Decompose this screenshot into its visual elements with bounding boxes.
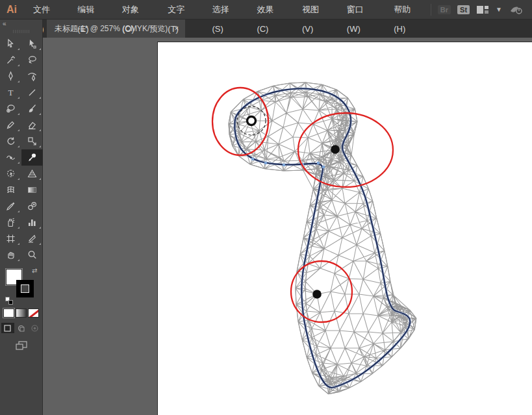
menu-help[interactable]: 帮助(H) (385, 0, 431, 19)
puppet-warp-tool[interactable] (21, 149, 43, 166)
menu-view[interactable]: 视图(V) (294, 0, 338, 19)
default-fill-stroke-icon[interactable] (5, 297, 13, 305)
document-tab[interactable]: 未标题-1* @ 257% (CMYK/预览) × (47, 19, 185, 38)
menu-file[interactable]: 文件(F) (25, 0, 69, 19)
canvas-area[interactable] (44, 38, 532, 415)
shaper-tool[interactable] (0, 101, 21, 117)
gradient-tool[interactable] (21, 182, 43, 198)
pencil-tool[interactable] (0, 117, 21, 133)
type-tool[interactable]: T (0, 84, 21, 101)
menu-edit[interactable]: 编辑(E) (69, 0, 114, 19)
selection-tool[interactable] (0, 36, 21, 52)
direct-selection-tool[interactable] (21, 36, 43, 52)
menubar-separator (431, 4, 431, 16)
mesh-tool[interactable] (0, 182, 21, 198)
swap-fill-stroke-icon[interactable]: ⇄ (32, 267, 37, 274)
gpu-performance-icon[interactable] (509, 5, 523, 15)
zoom-tool[interactable] (21, 247, 43, 263)
color-button[interactable] (3, 308, 14, 318)
magic-wand-tool[interactable] (0, 52, 21, 68)
chevron-down-icon[interactable]: ▼ (496, 6, 502, 13)
tool-panel: « T (0, 19, 43, 415)
artboard-tool[interactable] (0, 231, 21, 247)
menu-select[interactable]: 选择(S) (204, 0, 249, 19)
slice-tool[interactable] (21, 231, 43, 247)
line-segment-tool[interactable] (21, 84, 43, 101)
width-tool[interactable] (0, 149, 21, 166)
lasso-tool[interactable] (21, 52, 43, 68)
none-button[interactable] (28, 308, 39, 318)
menu-bar: Ai 文件(F) 编辑(E) 对象(O) 文字(T) 选择(S) 效果(C) 视… (0, 0, 532, 19)
free-transform-tool[interactable] (0, 166, 21, 182)
illustrator-logo: Ai (0, 4, 25, 16)
artboard[interactable] (157, 42, 532, 415)
workspace-switcher-icon[interactable] (476, 5, 489, 14)
screen-mode-button[interactable] (14, 340, 29, 351)
draw-inside-mode[interactable] (29, 323, 42, 333)
draw-normal-mode[interactable] (1, 323, 14, 333)
pen-tool[interactable] (0, 68, 21, 84)
eraser-tool[interactable] (21, 117, 43, 133)
menu-window[interactable]: 窗口(W) (338, 0, 385, 19)
panel-collapse-button[interactable]: « (0, 19, 42, 29)
svg-text:T: T (8, 88, 14, 97)
paintbrush-tool[interactable] (21, 101, 43, 117)
scale-tool[interactable] (21, 133, 43, 149)
menu-effect[interactable]: 效果(C) (248, 0, 294, 19)
hand-tool[interactable] (0, 247, 21, 263)
menu-type[interactable]: 文字(T) (159, 0, 203, 19)
document-tab-title: 未标题-1* @ 257% (CMYK/预览) (55, 23, 168, 34)
fill-stroke-control: ⇄ (5, 267, 38, 305)
illustrator-window: Ai 文件(F) 编辑(E) 对象(O) 文字(T) 选择(S) 效果(C) 视… (0, 0, 532, 415)
stroke-color-swatch[interactable] (16, 280, 34, 297)
stock-icon[interactable]: St (457, 5, 470, 14)
gradient-button[interactable] (16, 308, 27, 318)
menu-object[interactable]: 对象(O) (114, 0, 159, 19)
bridge-icon[interactable]: Br (438, 5, 451, 14)
rotate-tool[interactable] (0, 133, 21, 149)
draw-behind-mode[interactable] (15, 323, 28, 333)
symbol-sprayer-tool[interactable] (0, 214, 21, 231)
perspective-grid-tool[interactable] (21, 166, 43, 182)
blend-tool[interactable] (21, 198, 43, 214)
eyedropper-tool[interactable] (0, 198, 21, 214)
curvature-tool[interactable] (21, 68, 43, 84)
column-graph-tool[interactable] (21, 214, 43, 231)
document-tab-bar: 未标题-1* @ 257% (CMYK/预览) × (43, 19, 532, 38)
panel-grip[interactable] (13, 30, 30, 33)
